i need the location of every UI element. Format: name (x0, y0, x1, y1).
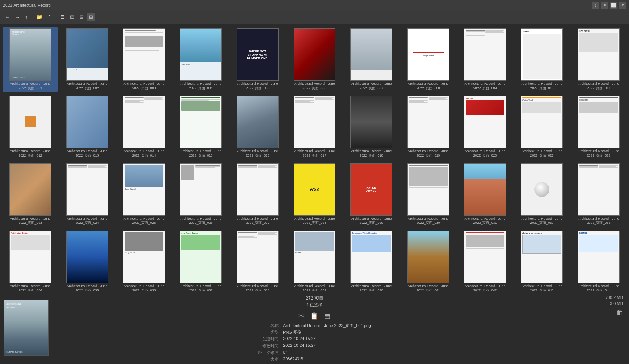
view-grid-button[interactable]: ⊟ (87, 13, 95, 21)
list-item[interactable]: design + performance. Architectural Reco… (515, 229, 569, 291)
list-item[interactable]: Architectural Record - June 2022_页面_042 (458, 229, 512, 291)
list-item[interactable]: Architectural Record - June 2022_页面_016 (230, 94, 285, 159)
list-item[interactable]: Build better. Faster. Architectural Reco… (3, 229, 58, 291)
thumbnail-image: WE'RE NOTSTOPPING ATNUMBER ONE. (237, 28, 279, 81)
list-item[interactable]: Architectural Record - June 2022_页面_003 (117, 27, 171, 92)
thumbnail-image (464, 163, 506, 216)
list-item[interactable]: Architectural Record - June 2022_页面_032 (515, 162, 569, 227)
list-item[interactable]: Architectural Record - June 2022_页面_014 (117, 94, 171, 159)
thumbnail-image: CertainTeed (521, 96, 563, 148)
title-bar-title: 2022-Architectural Record (3, 3, 51, 7)
thumbnail-label: Architectural Record - June 2022_页面_028 (294, 217, 335, 225)
list-item[interactable]: SOUNDADVICEArchitectural Record - June 2… (344, 162, 399, 227)
type-label: 类型 (258, 330, 279, 335)
thumbnail-label: Architectural Record - June 2022_页面_011 (578, 82, 620, 90)
list-item[interactable]: SoundBite Architectural Record - June 20… (571, 94, 626, 159)
list-item[interactable]: ≡ EQUITONEArchitectural Record - June 20… (117, 229, 171, 291)
storage-total: 730.2 MB (605, 295, 623, 300)
up-button[interactable]: ↑ (23, 13, 30, 21)
list-item[interactable]: Academy of Digital Learning Architectura… (344, 229, 399, 291)
list-item[interactable]: Architectural Record - June 2022_页面_041 (401, 229, 455, 291)
toolbar: ← → ↑ 📁 ⌃ ☰ ▤ ⊞ ⊟ (0, 10, 629, 24)
list-button[interactable]: ≡ (601, 2, 608, 9)
list-item[interactable]: Architectural Record - June 2022_页面_038 (230, 229, 285, 291)
view-list-md-button[interactable]: ▤ (68, 13, 76, 21)
sort-button[interactable]: ↕ (592, 2, 599, 9)
thumbnail-label: Architectural Record - June 2022_页面_038 (237, 284, 279, 291)
list-item[interactable]: Architectural Record - June 2022_页面_009 (458, 27, 512, 92)
list-item[interactable]: CertainTeed Architectural Record - June … (515, 94, 569, 159)
thumbnail-label: Architectural Record - June 2022_页面_044 (578, 284, 620, 291)
thumbnail-image: NexWel (294, 231, 335, 283)
thumbnail-label: Architectural Record - June 2022_页面_006 (294, 82, 335, 90)
list-item[interactable]: Super WideckArchitectural Record - June … (117, 162, 171, 227)
share-button[interactable]: ⌃ (46, 13, 53, 21)
thumbnail-label: Architectural Record - June 2022_页面_018 (350, 149, 392, 158)
thumbnail-image (66, 96, 108, 148)
list-item[interactable]: NexWelArchitectural Record - June 2022_页… (287, 229, 342, 291)
list-item[interactable]: Architectural Record - June 2022_页面_035 (60, 229, 114, 291)
name-value: Architectural Record - June 2022_页面_001.… (283, 323, 371, 328)
cut-button[interactable]: ✂ (298, 312, 304, 320)
folder-button[interactable]: 📁 (34, 13, 44, 21)
list-item[interactable]: Architectural Record - June 2022_页面_018 (344, 94, 399, 159)
back-button[interactable]: ← (3, 13, 12, 21)
expand-button[interactable]: ⬜ (610, 2, 617, 9)
thumbnail-label: Architectural Record - June 2022_页面_029 (350, 217, 392, 225)
list-item[interactable]: Architectural Record - June 2022_页面_019 (401, 94, 455, 159)
thumbnail-label: Architectural Record - June 2022_页面_020 (464, 149, 506, 158)
list-item[interactable]: UNITY Architectural Record - June 2022_页… (515, 27, 569, 92)
list-item[interactable]: Architectural Record - June 2022_页面_031 (458, 162, 512, 227)
list-item[interactable]: CAN TOUCH Architectural Record - June 20… (571, 27, 626, 92)
list-item[interactable]: Architectural RecordArchitectural Record… (60, 27, 114, 92)
storage-info: 730.2 MB 3.0 MB 🗑 (577, 291, 629, 364)
copy-button[interactable]: 📋 (310, 312, 318, 320)
thumbnail-label: Architectural Record - June 2022_页面_023 (9, 217, 51, 225)
thumbnail-label: Architectural Record - June 2022_页面_021 (521, 149, 563, 158)
view-list-sm-button[interactable]: ☰ (58, 13, 67, 21)
list-item[interactable]: A'22Architectural Record - June 2022_页面_… (287, 162, 342, 227)
thumbnail-image: A'22 (294, 163, 335, 216)
thumbnail-image: ARCAT (464, 96, 506, 148)
list-item[interactable]: Architectural Record - June 2022_页面_033 (571, 162, 626, 227)
list-item[interactable]: BERNER Architectural Record - June 2022_… (571, 229, 626, 291)
thumbnail-image: SOUNDADVICE (350, 163, 392, 216)
modified-value: 2022-10-24 15:27 (283, 343, 371, 349)
created-value: 2022-10-24 15:27 (283, 336, 371, 342)
thumbnail-image: BERNER (578, 231, 620, 283)
list-item[interactable]: Architectural Record - June 2022_页面_023 (3, 162, 58, 227)
thumbnail-image (350, 28, 392, 81)
close-button[interactable]: ✕ (619, 2, 626, 9)
list-item[interactable]: Architectural Record - June 2022_页面_007 (344, 27, 399, 92)
paste-button[interactable]: ⬒ (324, 312, 331, 320)
list-item[interactable]: Architectural Record - June 2022_页面_027 (230, 162, 285, 227)
list-item[interactable]: Azor Saves Energy Architectural Record -… (174, 229, 228, 291)
list-item[interactable]: Architectural Record - June 2022_页面_026 (174, 162, 228, 227)
list-item[interactable]: Architectural Record - June 2022_页面_006 (287, 27, 342, 92)
list-item[interactable]: Architectural Record - June 2022_页面_017 (287, 94, 342, 159)
list-item[interactable]: Architectural Record - June 2022_页面_015 (174, 94, 228, 159)
thumbnail-image: Super Wideck (123, 163, 165, 216)
thumbnail-label: Architectural Record - June 2022_页面_013 (66, 149, 108, 158)
list-item[interactable]: Architectural Record - June 2022_页面_012 (3, 94, 58, 159)
thumbnail-grid-area[interactable]: ArchitecturalRecord CLIMATE JUSTICEArchi… (0, 24, 629, 291)
thumbnail-label: Architectural Record - June 2022_页面_022 (578, 149, 620, 158)
list-item[interactable]: ArchitecturalRecord CLIMATE JUSTICEArchi… (3, 27, 58, 92)
list-item[interactable]: House designArchitectural Record - June … (174, 27, 228, 92)
list-item[interactable]: Architectural Record - June 2022_页面_013 (60, 94, 114, 159)
trash-button[interactable]: 🗑 (616, 309, 623, 317)
list-item[interactable]: Architectural Record - June 2022_页面_030 (401, 162, 455, 227)
list-item[interactable]: ARCAT Architectural Record - June 2022_页… (458, 94, 512, 159)
thumbnail-label: Architectural Record - June 2022_页面_016 (237, 149, 279, 158)
list-item[interactable]: Design BetterArchitectural Record - June… (401, 27, 455, 92)
list-item[interactable]: Architectural Record - June 2022_页面_024 (60, 162, 114, 227)
thumbnail-label: Architectural Record - June 2022_页面_009 (464, 82, 506, 90)
thumbnail-image (9, 163, 51, 216)
view-list-lg-button[interactable]: ⊞ (78, 13, 86, 21)
title-bar-controls: ↕ ≡ ⬜ ✕ (592, 2, 626, 9)
forward-button[interactable]: → (13, 13, 22, 21)
thumbnail-image: ArchitecturalRecord CLIMATE JUSTICE (9, 28, 51, 81)
thumbnail-label: Architectural Record - June 2022_页面_036 (123, 284, 165, 291)
thumbnail-label: Architectural Record - June 2022_页面_010 (521, 82, 563, 90)
list-item[interactable]: WE'RE NOTSTOPPING ATNUMBER ONE.Architect… (230, 27, 285, 92)
